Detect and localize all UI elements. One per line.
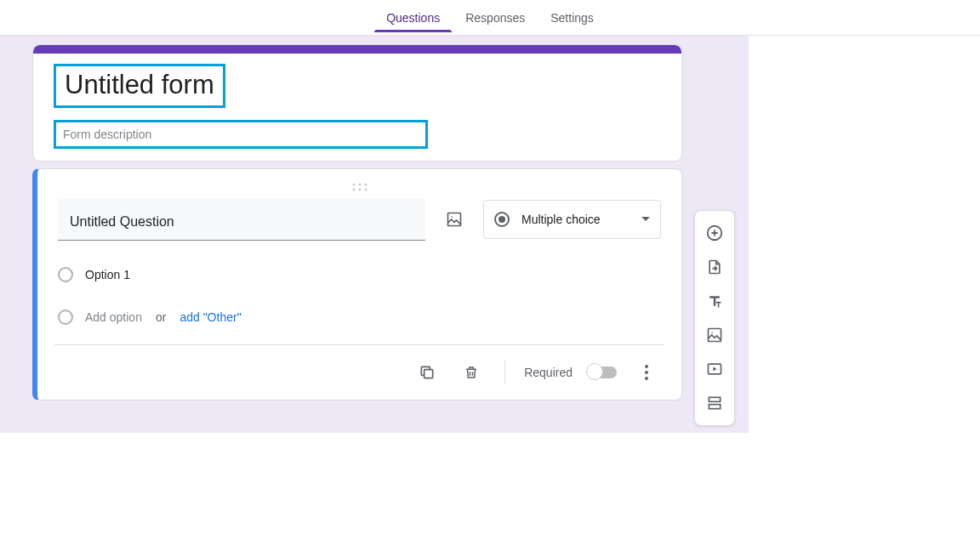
options-list: Option 1 Add option or add "Other" bbox=[58, 259, 661, 332]
delete-button[interactable] bbox=[457, 358, 486, 387]
drag-handle-icon[interactable] bbox=[58, 179, 661, 195]
form-workspace: Untitled form Form description Multiple … bbox=[0, 36, 749, 433]
svg-point-11 bbox=[645, 377, 648, 380]
required-toggle[interactable] bbox=[588, 366, 617, 378]
svg-point-4 bbox=[358, 189, 361, 191]
tab-settings[interactable]: Settings bbox=[547, 3, 597, 31]
svg-point-10 bbox=[645, 371, 648, 374]
form-description-input[interactable]: Form description bbox=[63, 128, 419, 141]
duplicate-button[interactable] bbox=[413, 358, 442, 387]
svg-rect-16 bbox=[709, 397, 720, 401]
form-description-highlight: Form description bbox=[54, 120, 428, 149]
svg-point-0 bbox=[352, 184, 355, 186]
add-image-icon[interactable] bbox=[442, 205, 466, 234]
tab-questions[interactable]: Questions bbox=[383, 3, 443, 31]
svg-point-7 bbox=[451, 216, 453, 218]
side-toolbar bbox=[694, 210, 735, 426]
add-question-button[interactable] bbox=[694, 216, 735, 250]
form-header-card: Untitled form Form description bbox=[32, 44, 682, 162]
add-section-button[interactable] bbox=[694, 386, 735, 420]
question-card: Multiple choice Option 1 Add option or a… bbox=[32, 168, 682, 400]
tabs-bar: Questions Responses Settings bbox=[0, 0, 980, 36]
svg-point-2 bbox=[364, 184, 367, 186]
vertical-divider bbox=[504, 361, 505, 384]
question-top-row: Multiple choice bbox=[58, 198, 661, 241]
add-option-button[interactable]: Add option bbox=[85, 310, 142, 324]
option-text-input[interactable]: Option 1 bbox=[85, 268, 130, 281]
caret-down-icon bbox=[641, 217, 650, 222]
svg-point-3 bbox=[352, 189, 355, 191]
svg-rect-6 bbox=[448, 213, 461, 226]
svg-point-1 bbox=[358, 184, 361, 186]
multiple-choice-icon bbox=[494, 212, 510, 227]
more-menu-button[interactable] bbox=[632, 358, 661, 387]
question-type-label: Multiple choice bbox=[521, 213, 601, 226]
or-label: or bbox=[156, 310, 166, 324]
question-footer: Required bbox=[58, 350, 661, 395]
svg-point-14 bbox=[711, 332, 713, 333]
option-row: Option 1 bbox=[58, 259, 661, 290]
radio-icon bbox=[58, 310, 73, 325]
svg-rect-17 bbox=[709, 405, 720, 409]
add-option-row: Add option or add "Other" bbox=[58, 302, 661, 332]
question-type-dropdown[interactable]: Multiple choice bbox=[483, 200, 661, 239]
svg-point-5 bbox=[364, 189, 367, 191]
import-questions-button[interactable] bbox=[694, 250, 735, 284]
svg-rect-8 bbox=[424, 370, 433, 378]
divider bbox=[54, 344, 664, 345]
radio-icon bbox=[58, 267, 73, 282]
svg-rect-13 bbox=[709, 329, 721, 342]
tab-responses[interactable]: Responses bbox=[462, 3, 528, 31]
add-image-button[interactable] bbox=[694, 318, 735, 352]
form-title-highlight: Untitled form bbox=[54, 64, 225, 108]
add-other-button[interactable]: add "Other" bbox=[179, 310, 241, 324]
add-title-button[interactable] bbox=[694, 284, 735, 318]
svg-point-9 bbox=[645, 365, 648, 368]
question-title-input[interactable] bbox=[58, 198, 425, 241]
required-label: Required bbox=[524, 366, 573, 379]
add-video-button[interactable] bbox=[694, 352, 735, 386]
form-title-input[interactable]: Untitled form bbox=[65, 70, 214, 100]
